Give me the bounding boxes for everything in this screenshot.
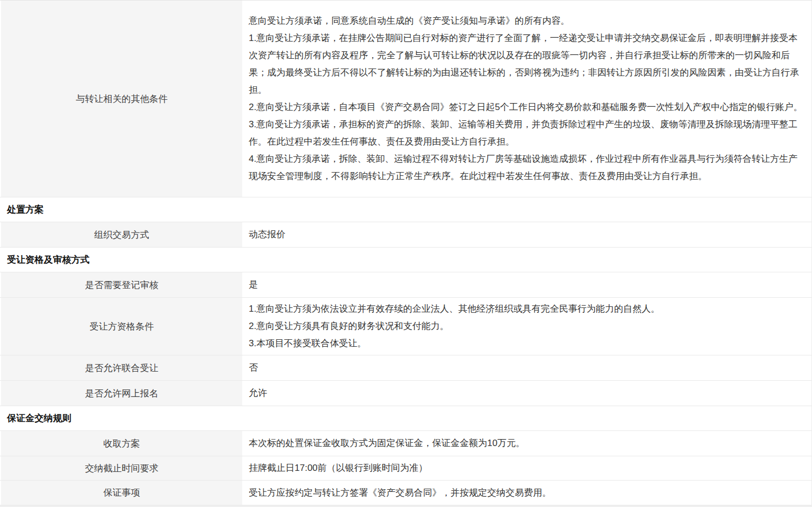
- section-title: 处置方案: [7, 203, 44, 216]
- row-registration-review: 是否需要登记审核 是: [0, 272, 811, 298]
- label-text: 受让方资格条件: [90, 320, 154, 333]
- row-value-transferee-conditions: 1.意向受让方须为依法设立并有效存续的企业法人、其他经济组织或具有完全民事行为能…: [244, 298, 811, 355]
- row-other-conditions: 与转让相关的其他条件 意向受让方须承诺，同意系统自动生成的《资产受让须知与承诺》…: [0, 1, 811, 197]
- label-text: 是否允许网上报名: [85, 387, 159, 400]
- section-header-deposit-rules: 保证金交纳规则: [0, 406, 811, 431]
- section-title: 受让资格及审核方式: [7, 254, 90, 266]
- asset-transfer-detail-table: 与转让相关的其他条件 意向受让方须承诺，同意系统自动生成的《资产受让须知与承诺》…: [0, 0, 812, 505]
- condition-paragraph: 2.意向受让方须承诺，自本项目《资产交易合同》签订之日起5个工作日内将交易价款和…: [249, 99, 804, 116]
- label-text: 交纳截止时间要求: [85, 462, 159, 475]
- row-value-other-conditions: 意向受让方须承诺，同意系统自动生成的《资产受让须知与承诺》的所有内容。 1.意向…: [244, 1, 811, 197]
- label-text: 是否允许联合受让: [85, 362, 159, 374]
- row-value-trade-method: 动态报价: [244, 222, 811, 247]
- label-text: 保证事项: [104, 487, 140, 499]
- row-label-registration-review: 是否需要登记审核: [0, 272, 244, 297]
- row-collection-plan: 收取方案 本次标的处置保证金收取方式为固定保证金，保证金金额为10万元。: [0, 431, 811, 456]
- label-text: 收取方案: [104, 437, 140, 450]
- row-value-online-signup: 允许: [244, 381, 811, 406]
- row-label-joint-transfer: 是否允许联合受让: [0, 355, 244, 380]
- row-label-payment-deadline: 交纳截止时间要求: [0, 456, 244, 480]
- label-text: 是否需要登记审核: [85, 279, 159, 291]
- row-label-guarantee-matters: 保证事项: [0, 481, 244, 505]
- section-header-qualification-review: 受让资格及审核方式: [0, 248, 811, 272]
- row-payment-deadline: 交纳截止时间要求 挂牌截止日17:00前（以银行到账时间为准）: [0, 456, 811, 481]
- row-online-signup: 是否允许网上报名 允许: [0, 381, 811, 406]
- row-value-registration-review: 是: [244, 272, 811, 297]
- row-transferee-conditions: 受让方资格条件 1.意向受让方须为依法设立并有效存续的企业法人、其他经济组织或具…: [0, 298, 811, 355]
- row-value-collection-plan: 本次标的处置保证金收取方式为固定保证金，保证金金额为10万元。: [244, 431, 811, 456]
- row-label-trade-method: 组织交易方式: [0, 222, 244, 247]
- condition-paragraph: 意向受让方须承诺，同意系统自动生成的《资产受让须知与承诺》的所有内容。: [249, 12, 804, 30]
- row-value-joint-transfer: 否: [244, 355, 811, 380]
- condition-paragraph: 3.意向受让方须承诺，承担标的资产的拆除、装卸、运输等相关费用，并负责拆除过程中…: [249, 116, 804, 150]
- row-label-transferee-conditions: 受让方资格条件: [0, 298, 244, 355]
- label-text: 组织交易方式: [94, 229, 149, 241]
- row-value-guarantee-matters: 受让方应按约定与转让方签署《资产交易合同》，并按规定交纳交易费用。: [244, 481, 811, 505]
- condition-paragraph: 4.意向受让方须承诺，拆除、装卸、运输过程不得对转让方厂房等基础设施造成损坏，作…: [249, 150, 804, 185]
- qualification-paragraph: 2.意向受让方须具有良好的财务状况和支付能力。: [249, 318, 804, 335]
- section-title: 保证金交纳规则: [7, 412, 71, 424]
- row-joint-transfer: 是否允许联合受让 否: [0, 355, 811, 381]
- row-label-online-signup: 是否允许网上报名: [0, 381, 244, 406]
- qualification-paragraph: 3.本项目不接受联合体受让。: [249, 335, 804, 352]
- row-guarantee-matters: 保证事项 受让方应按约定与转让方签署《资产交易合同》，并按规定交纳交易费用。: [0, 481, 811, 505]
- section-header-disposal-plan: 处置方案: [0, 197, 811, 222]
- qualification-paragraph: 1.意向受让方须为依法设立并有效存续的企业法人、其他经济组织或具有完全民事行为能…: [249, 300, 804, 318]
- row-label-other-conditions: 与转让相关的其他条件: [0, 1, 244, 197]
- condition-paragraph: 1.意向受让方须承诺，在挂牌公告期间已自行对标的资产进行了全面了解，一经递交受让…: [249, 30, 804, 99]
- row-trade-method: 组织交易方式 动态报价: [0, 222, 811, 248]
- row-value-payment-deadline: 挂牌截止日17:00前（以银行到账时间为准）: [244, 456, 811, 480]
- row-label-collection-plan: 收取方案: [0, 431, 244, 456]
- label-text: 与转让相关的其他条件: [76, 93, 168, 105]
